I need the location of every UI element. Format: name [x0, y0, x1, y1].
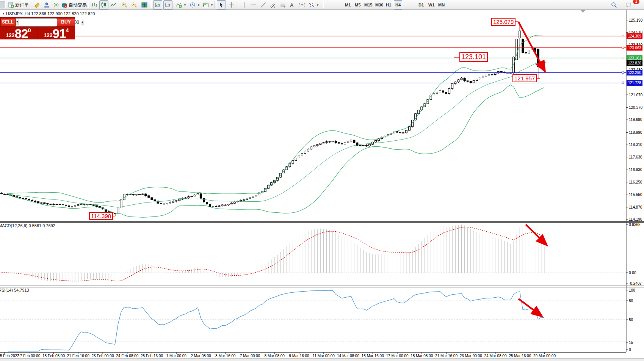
timeframe-d1[interactable]: D1: [417, 0, 425, 9]
rsi-axis-label: 80: [629, 299, 633, 303]
x-axis-label: 11 Mar 00:00: [313, 354, 335, 358]
macd-label: MACD(12,26,9) 0.5581 0.7692: [0, 223, 55, 228]
line-chart-button[interactable]: [109, 0, 118, 9]
price-badge: 121.728: [628, 81, 641, 85]
macd-axis-label: 0.9368: [629, 223, 641, 227]
auto-trading-icon: [61, 2, 67, 8]
y-axis-tick: 114.190: [629, 217, 642, 221]
fibonacci-tool[interactable]: F: [279, 0, 288, 9]
price-badge: 124.309: [628, 34, 641, 38]
candlestick-chart-button[interactable]: [99, 0, 108, 9]
x-axis-label: 18 Mar 08:00: [411, 354, 433, 358]
volume-decrease-button[interactable]: ▼: [16, 19, 19, 25]
indicators-button[interactable]: ▼: [174, 0, 188, 9]
fibonacci-icon: F: [280, 2, 286, 8]
bar-chart-button[interactable]: [90, 0, 99, 9]
new-order-button[interactable]: 新订单: [6, 0, 30, 9]
rsi-axis-label: 0: [629, 348, 631, 352]
gold-pad-icon: [34, 2, 40, 8]
y-axis-tick: 120.370: [629, 105, 643, 110]
timeframe-mn[interactable]: MN: [437, 0, 446, 9]
shapes-tool[interactable]: ▼: [307, 0, 321, 9]
timeframe-w1[interactable]: W1: [427, 0, 436, 9]
annotation-121957[interactable]: 121.957: [512, 74, 537, 82]
y-axis-tick: 115.550: [629, 193, 642, 197]
text-label-tool[interactable]: T: [298, 0, 307, 9]
macd-axis-label: -0.2407: [629, 281, 642, 286]
notification-badge: 1: [633, 0, 639, 4]
price-badge: 122.820: [628, 61, 641, 65]
sell-price-sup: 0: [28, 27, 31, 33]
text-tool[interactable]: A: [288, 0, 295, 9]
search-button[interactable]: [610, 0, 619, 9]
x-axis-label: 14 Mar 08:00: [337, 354, 359, 358]
timeframe-m30[interactable]: M30: [374, 0, 385, 9]
macd-axis-label: 0.00: [629, 271, 636, 275]
annotation-123101[interactable]: 123.101: [459, 52, 488, 62]
notifications-button[interactable]: 1: [624, 0, 638, 9]
x-axis-label: 15 Mar 16:00: [362, 354, 384, 358]
svg-text:T: T: [301, 3, 303, 7]
sell-button[interactable]: SELL: [0, 18, 15, 27]
add-indicator-icon: [176, 2, 182, 8]
vertical-line-tool[interactable]: [240, 0, 249, 9]
sell-price[interactable]: 122 82 0: [0, 27, 37, 39]
cursor-tool-button[interactable]: [217, 0, 226, 9]
horizontal-line-tool[interactable]: [249, 0, 258, 9]
auto-trading-button[interactable]: 自动交易: [60, 0, 88, 9]
timeframe-h1[interactable]: H1: [384, 0, 393, 9]
timeframe-h4[interactable]: H4: [394, 0, 402, 9]
market-watch-button[interactable]: [33, 0, 42, 9]
dropdown-arrow-icon: ▼: [183, 3, 186, 7]
chart-canvas[interactable]: 125.190124.510123.810122.430121.070120.3…: [0, 0, 644, 361]
volume-increase-button[interactable]: ▲: [81, 19, 84, 25]
crosshair-tool-button[interactable]: [227, 0, 236, 9]
trendline-tool[interactable]: [259, 0, 268, 9]
chart-title: ▲USDJPY-,H4 122.868 122.900 122.820 122.…: [2, 11, 95, 16]
clipped-icon[interactable]: [0, 0, 7, 9]
x-axis-label: 29 Mar 00:00: [533, 354, 556, 358]
channel-tool[interactable]: E: [268, 0, 277, 9]
annotation-125079[interactable]: 125.079: [491, 18, 516, 26]
cursor-icon: [218, 2, 224, 8]
x-axis-label: 24 Mar 08:00: [484, 354, 507, 358]
y-axis-tick: 125.190: [629, 18, 643, 22]
x-axis-label: 3 Mar 16:00: [215, 354, 236, 358]
tile-windows-button[interactable]: [140, 0, 149, 9]
x-axis-label: 23 Feb 00:00: [92, 354, 114, 358]
annotation-114398[interactable]: 114.398: [89, 212, 113, 220]
x-axis-label: 21 Mar 16:00: [435, 354, 458, 358]
y-axis-tick: 117.630: [629, 155, 642, 159]
auto-trading-label: 自动交易: [69, 2, 87, 8]
periods-button[interactable]: ▼: [188, 0, 202, 9]
text-A-icon: A: [290, 2, 293, 8]
y-axis-tick: 119.690: [629, 118, 642, 122]
rsi-label: RSI(14) 54.7913: [0, 288, 29, 292]
line-chart-icon: [110, 2, 116, 8]
timeframe-m15[interactable]: M15: [363, 0, 374, 9]
chart-shift-button[interactable]: [163, 0, 172, 9]
signals-button[interactable]: [52, 0, 61, 9]
timeframe-m1[interactable]: M1: [343, 0, 352, 9]
rsi-axis-label: 100: [629, 288, 635, 292]
zoom-out-button[interactable]: [130, 0, 139, 9]
templates-button[interactable]: ▼: [201, 0, 215, 9]
person-icon: [44, 2, 50, 8]
buy-button[interactable]: BUY: [57, 18, 75, 27]
price-badge: 123.663: [628, 46, 641, 50]
candlestick-chart-icon: [101, 2, 107, 8]
accounts-button[interactable]: [42, 0, 51, 9]
crosshair-icon: [229, 2, 235, 8]
chart-fragment-icon: [0, 2, 5, 8]
dropdown-arrow-icon: ▼: [197, 3, 200, 7]
mt4-window: { "toolbar": { "new_order_label": "新订单",…: [0, 0, 644, 361]
zoom-in-button[interactable]: [120, 0, 129, 9]
x-axis-label: 2 Mar 08:00: [191, 354, 211, 358]
timeframe-m5[interactable]: M5: [353, 0, 362, 9]
buy-price[interactable]: 122 91 4: [38, 27, 75, 39]
x-axis-label: 24 Feb 08:00: [116, 354, 138, 358]
y-axis-tick: 118.990: [629, 130, 642, 135]
svg-text:E: E: [274, 6, 275, 8]
x-axis-label: 5 Feb 2022: [0, 354, 19, 358]
auto-scroll-button[interactable]: [153, 0, 162, 9]
